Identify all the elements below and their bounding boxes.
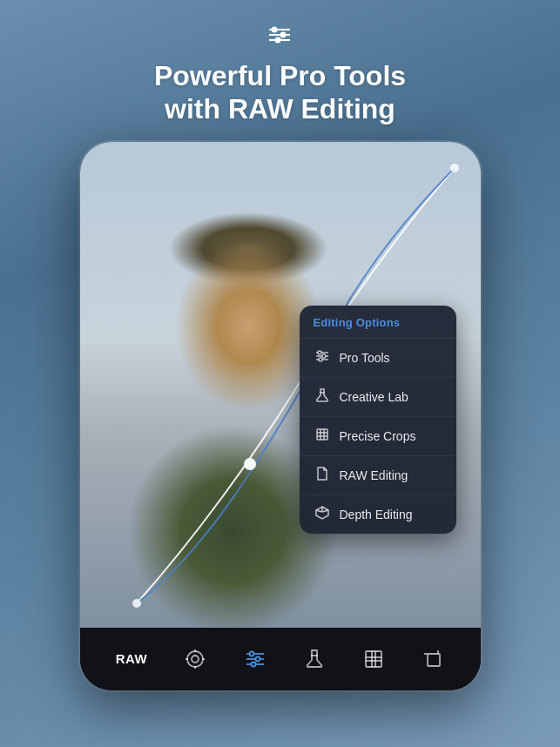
main-title: Powerful Pro Tools with RAW Editing [154, 59, 406, 126]
svg-point-22 [187, 651, 203, 667]
svg-point-31 [255, 656, 260, 661]
grid-toolbar-icon[interactable] [362, 648, 385, 670]
svg-point-15 [319, 358, 322, 361]
svg-point-13 [322, 354, 326, 358]
precise-crops-icon [314, 427, 331, 446]
raw-editing-item[interactable]: RAW Editing [300, 456, 456, 495]
raw-editing-icon [314, 466, 331, 485]
svg-rect-17 [317, 429, 327, 440]
header-sliders-icon [266, 24, 293, 50]
bottom-toolbar: RAW [80, 628, 481, 690]
sliders-toolbar-icon[interactable] [244, 648, 267, 670]
svg-point-3 [281, 33, 286, 37]
dropdown-header: Editing Options [300, 306, 456, 339]
crop-toolbar-icon[interactable] [422, 648, 444, 670]
svg-point-29 [249, 651, 253, 656]
svg-rect-35 [366, 651, 381, 667]
photo-area: Editing Options Pro Tools [80, 142, 481, 628]
header-section: Powerful Pro Tools with RAW Editing [154, 0, 406, 126]
svg-point-9 [450, 164, 459, 172]
svg-point-23 [192, 656, 199, 663]
svg-point-6 [244, 458, 256, 470]
creative-lab-item[interactable]: Creative Lab [300, 378, 456, 417]
circle-adjust-toolbar-icon[interactable] [184, 648, 206, 670]
depth-editing-item[interactable]: Depth Editing [300, 495, 456, 534]
svg-rect-40 [428, 654, 440, 666]
creative-lab-label: Creative Lab [340, 390, 408, 404]
raw-label: RAW [116, 651, 148, 666]
depth-editing-icon [314, 505, 331, 524]
raw-editing-label: RAW Editing [340, 468, 408, 482]
phone-frame: Editing Options Pro Tools [80, 142, 481, 690]
svg-point-11 [318, 351, 321, 354]
svg-point-8 [132, 599, 141, 608]
creative-lab-icon [314, 387, 331, 407]
svg-point-1 [273, 28, 277, 32]
lab-toolbar-icon[interactable] [303, 648, 326, 670]
pro-tools-item[interactable]: Pro Tools [300, 339, 456, 378]
svg-point-33 [251, 662, 255, 666]
pro-tools-icon [314, 348, 331, 367]
editing-options-menu: Editing Options Pro Tools [300, 306, 456, 534]
pro-tools-label: Pro Tools [340, 351, 390, 365]
precise-crops-label: Precise Crops [340, 429, 416, 443]
svg-point-5 [276, 38, 280, 43]
depth-editing-label: Depth Editing [340, 508, 413, 522]
precise-crops-item[interactable]: Precise Crops [300, 417, 456, 456]
